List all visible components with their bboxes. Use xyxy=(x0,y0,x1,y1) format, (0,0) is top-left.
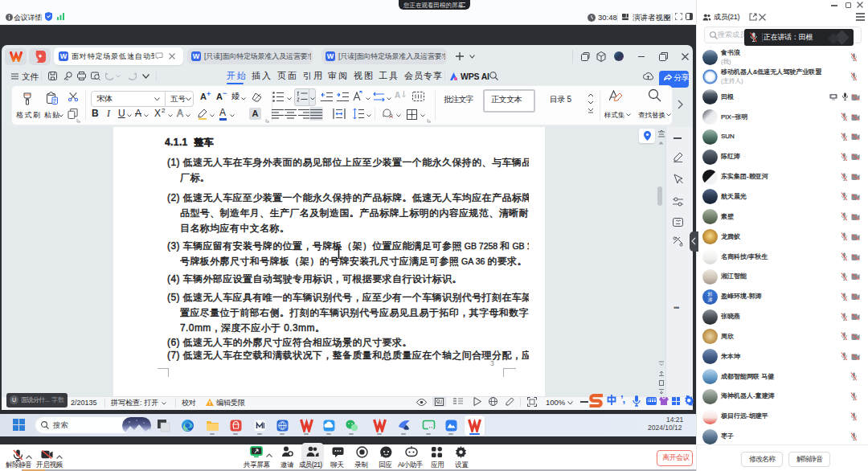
svg-text:U: U xyxy=(12,397,16,403)
